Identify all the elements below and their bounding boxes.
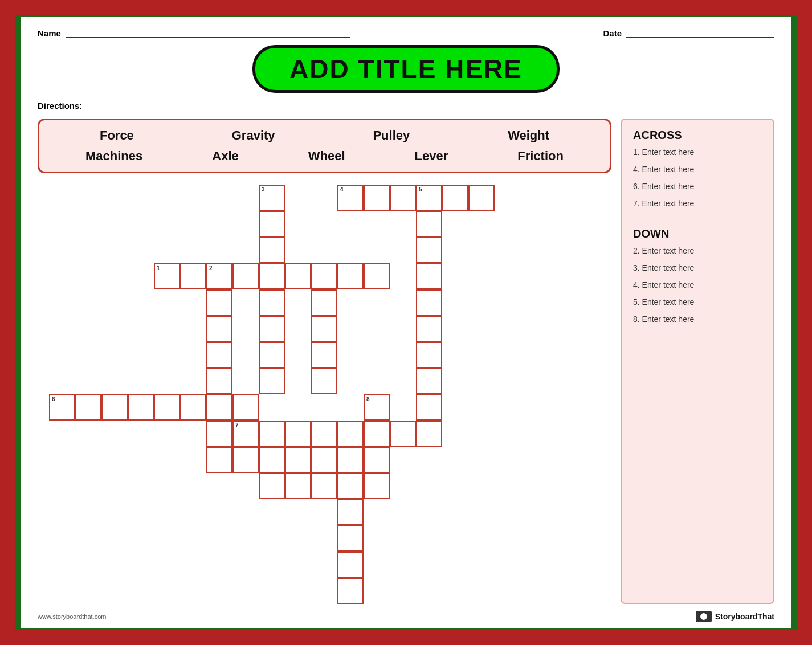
crossword-cell[interactable]: 4 [337, 185, 364, 211]
crossword-cell[interactable]: 2 [206, 263, 232, 289]
crossword-cell[interactable] [311, 289, 337, 316]
word-axle: Axle [212, 149, 238, 164]
crossword-cell[interactable] [232, 263, 259, 289]
date-field: Date [603, 28, 774, 38]
crossword-cell[interactable] [259, 289, 285, 316]
clue-across-1[interactable]: 1. Enter text here [633, 148, 762, 157]
crossword-cell[interactable] [285, 421, 311, 447]
crossword-cell[interactable] [180, 394, 206, 421]
word-bank-row-1: Force Gravity Pulley Weight [51, 128, 598, 143]
title-container: ADD TITLE HERE [38, 45, 774, 93]
clue-across-6[interactable]: 6. Enter text here [633, 182, 762, 191]
crossword-cell[interactable] [416, 342, 442, 368]
clue-across-7[interactable]: 7. Enter text here [633, 199, 762, 208]
crossword-cell[interactable]: 3 [259, 185, 285, 211]
crossword-cell[interactable] [337, 473, 364, 499]
crossword-cell[interactable] [259, 211, 285, 237]
name-label: Name [38, 28, 61, 38]
clues-divider [633, 216, 762, 227]
crossword-cell[interactable] [364, 263, 390, 289]
crossword-cell[interactable] [285, 447, 311, 473]
crossword-cell[interactable] [416, 211, 442, 237]
crossword-cell[interactable]: 6 [49, 394, 75, 421]
clue-across-4[interactable]: 4. Enter text here [633, 165, 762, 174]
crossword-cell[interactable] [206, 421, 232, 447]
crossword-cell[interactable] [416, 237, 442, 263]
crossword-cell[interactable] [416, 421, 442, 447]
crossword-cell[interactable] [206, 342, 232, 368]
outer-border: Name Date ADD TITLE HERE Directions: For… [11, 11, 801, 634]
crossword-cell[interactable] [416, 289, 442, 316]
crossword-cell[interactable] [259, 368, 285, 394]
crossword-cell[interactable]: 5 [416, 185, 442, 211]
crossword-cell[interactable] [416, 368, 442, 394]
directions: Directions: [38, 101, 774, 111]
crossword-cell[interactable] [259, 421, 285, 447]
clue-down-2[interactable]: 2. Enter text here [633, 246, 762, 255]
crossword-cell[interactable]: 8 [364, 394, 390, 421]
crossword-cell[interactable] [337, 525, 364, 552]
crossword-cell[interactable] [75, 394, 101, 421]
down-title: DOWN [633, 227, 762, 240]
footer: www.storyboardthat.com StoryboardThat [38, 609, 774, 622]
crossword-cell[interactable] [337, 263, 364, 289]
crossword-cell[interactable] [206, 289, 232, 316]
crossword-cell[interactable] [128, 394, 154, 421]
crossword-cell[interactable] [259, 237, 285, 263]
word-weight: Weight [508, 128, 549, 143]
crossword-cell[interactable] [468, 185, 495, 211]
clue-down-4[interactable]: 4. Enter text here [633, 280, 762, 289]
crossword-cell[interactable] [311, 368, 337, 394]
clue-down-5[interactable]: 5. Enter text here [633, 297, 762, 307]
crossword-cell[interactable] [416, 316, 442, 342]
crossword-cell[interactable] [364, 473, 390, 499]
crossword-cell[interactable] [206, 447, 232, 473]
crossword-cell[interactable] [154, 394, 180, 421]
crossword-cell[interactable] [337, 499, 364, 525]
crossword-cell[interactable] [311, 421, 337, 447]
crossword-cell[interactable] [259, 316, 285, 342]
crossword-cell[interactable] [259, 263, 285, 289]
crossword-cell[interactable] [364, 421, 390, 447]
crossword-cell[interactable]: 7 [232, 421, 259, 447]
crossword-cell[interactable] [311, 263, 337, 289]
word-bank: Force Gravity Pulley Weight Machines Axl… [38, 119, 611, 173]
crossword-cell[interactable] [259, 473, 285, 499]
crossword-cell[interactable] [206, 316, 232, 342]
across-title: ACROSS [633, 129, 762, 142]
crossword-cell[interactable] [416, 263, 442, 289]
crossword-cell[interactable] [311, 473, 337, 499]
crossword-cell[interactable] [337, 447, 364, 473]
date-label: Date [603, 28, 622, 38]
crossword-cell[interactable] [416, 394, 442, 421]
crossword-cell[interactable] [311, 447, 337, 473]
crossword-cell[interactable] [364, 185, 390, 211]
crossword-cell[interactable] [180, 263, 206, 289]
crossword-cell[interactable] [206, 368, 232, 394]
title-pill[interactable]: ADD TITLE HERE [252, 45, 560, 93]
crossword-area: 34512687 [38, 180, 611, 604]
crossword-cell[interactable] [206, 394, 232, 421]
clue-down-8[interactable]: 8. Enter text here [633, 315, 762, 324]
crossword-cell[interactable] [364, 447, 390, 473]
clue-down-3[interactable]: 3. Enter text here [633, 263, 762, 272]
crossword-grid: 34512687 [38, 180, 611, 604]
crossword-cell[interactable] [285, 473, 311, 499]
crossword-cell[interactable] [311, 316, 337, 342]
crossword-cell[interactable] [337, 421, 364, 447]
crossword-cell[interactable] [259, 342, 285, 368]
crossword-cell[interactable] [337, 552, 364, 578]
crossword-cell[interactable] [337, 578, 364, 604]
crossword-cell[interactable] [285, 263, 311, 289]
crossword-cell[interactable] [390, 421, 416, 447]
crossword-cell[interactable] [442, 185, 468, 211]
crossword-cell[interactable] [232, 394, 259, 421]
crossword-cell[interactable] [311, 342, 337, 368]
crossword-cell[interactable] [232, 447, 259, 473]
crossword-cell[interactable] [101, 394, 128, 421]
clues-panel: ACROSS 1. Enter text here 4. Enter text … [621, 119, 774, 604]
crossword-cell[interactable] [259, 447, 285, 473]
brand-name: StoryboardThat [715, 612, 774, 621]
crossword-cell[interactable] [390, 185, 416, 211]
crossword-cell[interactable]: 1 [154, 263, 180, 289]
